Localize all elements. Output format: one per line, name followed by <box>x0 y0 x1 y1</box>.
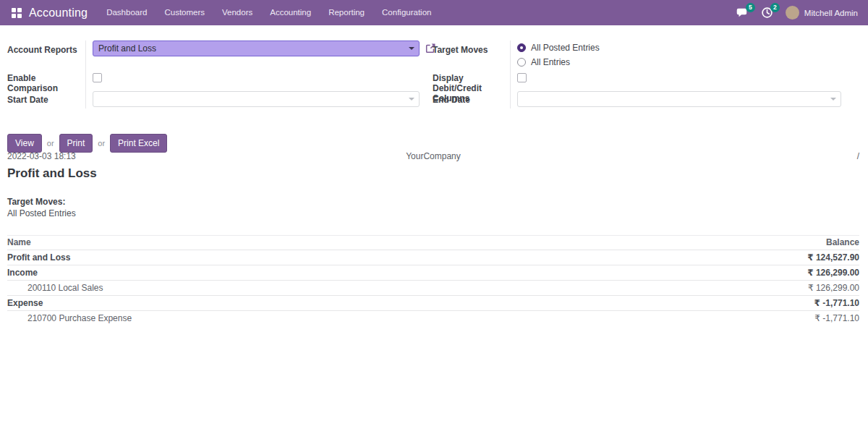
chevron-down-icon <box>830 98 836 101</box>
row-balance: ₹ -1,771.10 <box>814 311 859 326</box>
report-target-moves-value: All Posted Entries <box>7 208 76 219</box>
row-name: 200110 Local Sales <box>7 281 103 296</box>
report-target-moves-label: Target Moves: <box>7 196 76 208</box>
row-balance: ₹ 124,527.90 <box>807 250 859 265</box>
end-date-input[interactable] <box>517 91 841 107</box>
radio-all-entries-label: All Entries <box>531 57 570 67</box>
form-separator <box>510 41 511 108</box>
print-button[interactable]: Print <box>59 134 93 153</box>
table-row: Profit and Loss ₹ 124,527.90 <box>7 250 859 265</box>
account-reports-value: Profit and Loss <box>98 43 156 54</box>
radio-all-posted-entries[interactable]: All Posted Entries <box>517 43 600 53</box>
report-table: Name Balance Profit and Loss ₹ 124,527.9… <box>7 235 859 326</box>
start-date-label: Start Date <box>7 95 82 105</box>
row-name: Income <box>7 265 38 281</box>
menu-item-configuration[interactable]: Configuration <box>373 0 440 25</box>
display-debit-credit-checkbox[interactable] <box>517 73 527 82</box>
menu-item-customers[interactable]: Customers <box>156 0 213 25</box>
avatar <box>786 6 799 20</box>
accounting-report-page: Accounting Dashboard Customers Vendors A… <box>0 0 868 447</box>
row-name: Profit and Loss <box>7 250 70 265</box>
report-company: YourCompany <box>7 151 859 161</box>
table-row: 210700 Purchase Expense ₹ -1,771.10 <box>7 311 859 326</box>
row-balance: ₹ 126,299.00 <box>808 281 859 296</box>
row-name: 210700 Purchase Expense <box>7 311 132 326</box>
view-button[interactable]: View <box>7 134 42 153</box>
messages-badge: 5 <box>746 3 755 12</box>
column-header-name: Name <box>7 235 31 250</box>
table-row: 200110 Local Sales ₹ 126,299.00 <box>7 281 859 296</box>
target-moves-label: Target Moves <box>433 45 508 55</box>
row-balance: ₹ 126,299.00 <box>807 265 859 281</box>
report-title: Profit and Loss <box>7 166 97 181</box>
row-name: Expense <box>7 296 43 311</box>
menu-item-accounting[interactable]: Accounting <box>261 0 320 25</box>
apps-menu-icon[interactable] <box>12 8 22 18</box>
account-reports-label: Account Reports <box>7 45 82 55</box>
table-row: Expense ₹ -1,771.10 <box>7 296 859 311</box>
report-meta-header: 2022-03-03 18:13 YourCompany / <box>7 151 859 161</box>
or-separator: or <box>98 139 105 148</box>
main-menu: Dashboard Customers Vendors Accounting R… <box>98 0 440 25</box>
enable-comparison-label: Enable Comparison <box>7 73 82 93</box>
or-separator: or <box>47 139 54 148</box>
user-name: Mitchell Admin <box>804 9 858 17</box>
activities-badge: 2 <box>770 3 780 12</box>
radio-all-posted-entries-label: All Posted Entries <box>531 43 600 53</box>
radio-all-entries[interactable]: All Entries <box>517 57 570 67</box>
menu-item-reporting[interactable]: Reporting <box>320 0 373 25</box>
chevron-down-icon <box>409 98 414 101</box>
start-date-input[interactable] <box>93 91 420 107</box>
menu-item-vendors[interactable]: Vendors <box>213 0 261 25</box>
print-excel-button[interactable]: Print Excel <box>110 134 167 153</box>
row-balance: ₹ -1,771.10 <box>814 296 859 311</box>
account-reports-select[interactable]: Profit and Loss <box>93 41 420 56</box>
form-left-column: Account Reports Profit and Loss Enable C… <box>7 40 428 109</box>
enable-comparison-checkbox[interactable] <box>93 73 102 82</box>
activities-button[interactable]: 2 <box>761 7 774 20</box>
user-menu[interactable]: Mitchell Admin <box>786 6 858 20</box>
radio-selected-icon <box>517 43 526 52</box>
report-target-moves: Target Moves: All Posted Entries <box>7 196 76 219</box>
app-brand[interactable]: Accounting <box>29 7 88 20</box>
table-row: Income ₹ 126,299.00 <box>7 265 859 281</box>
column-header-balance: Balance <box>826 235 859 250</box>
radio-unselected-icon <box>517 58 526 67</box>
report-options-form: Account Reports Profit and Loss Enable C… <box>0 40 868 109</box>
action-buttons: View or Print or Print Excel <box>7 134 167 153</box>
chevron-down-icon <box>409 47 414 50</box>
form-right-column: Target Moves All Posted Entries All Entr… <box>433 40 861 109</box>
table-header-row: Name Balance <box>7 235 859 250</box>
messages-button[interactable]: 5 <box>736 7 749 20</box>
navbar-systray: 5 2 Mitchell Admin <box>736 6 861 20</box>
menu-item-dashboard[interactable]: Dashboard <box>98 0 156 25</box>
top-navbar: Accounting Dashboard Customers Vendors A… <box>0 0 868 25</box>
end-date-label: End Date <box>433 95 508 105</box>
form-separator <box>85 41 86 108</box>
